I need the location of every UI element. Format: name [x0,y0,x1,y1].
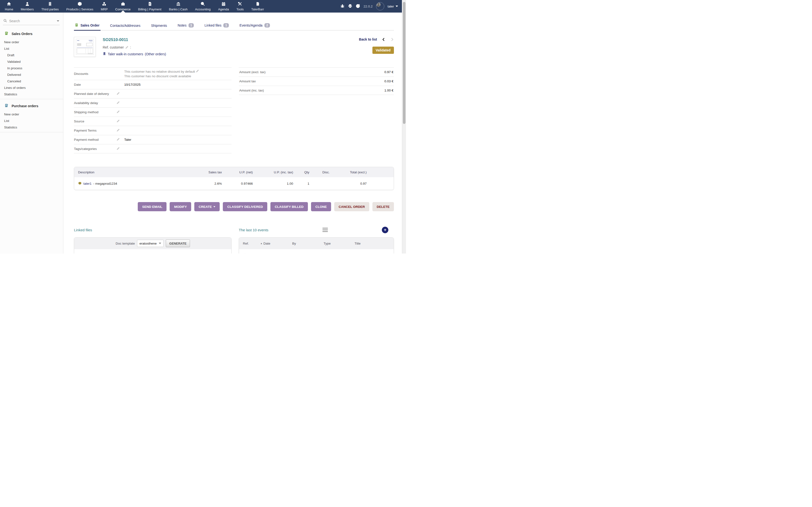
discount-credit-text: This customer has no discount credit ava… [124,74,232,78]
sidebar-item-delivered[interactable]: Delivered [0,71,63,78]
tab-sales-order[interactable]: Sales Order [74,23,101,30]
product-link[interactable]: taler1 [83,182,92,185]
sidebar-item-statistics[interactable]: Statistics [0,91,63,98]
nav-item-label: Tools [236,7,244,11]
purchase-orders-section-title[interactable]: Purchase orders [0,104,63,108]
search-input[interactable] [9,19,55,23]
nav-item-members[interactable]: Members [20,0,34,12]
clone-button[interactable]: CLONE [311,202,331,211]
nav-item-banks-cash[interactable]: Banks | Cash [168,0,188,12]
select-caret-icon [159,243,161,244]
bank-icon [176,2,181,7]
back-to-list-link[interactable]: Back to list [359,38,377,41]
sidebar-item-draft[interactable]: Draft [0,52,63,58]
modify-button[interactable]: MODIFY [170,202,191,211]
left-sidebar: Sales Orders New order List Draft Valida… [0,12,63,253]
nav-item-products-services[interactable]: Products | Services [66,0,94,12]
calendar-icon [221,2,226,7]
linked-files-section: Linked files Doc template eratosthene GE… [74,227,232,253]
edit-planned-delivery-icon[interactable] [116,92,120,95]
field-row-tags-categories: Tags/categories [74,144,232,153]
send-email-button[interactable]: SEND EMAIL [138,202,166,211]
ref-customer-label: Ref. customer [103,45,124,49]
linked-files-title: Linked files [74,228,92,232]
tab-contacts-addresses[interactable]: Contacts/Addresses [109,24,141,30]
classify-delivered-button[interactable]: CLASSIFY DELIVERED [223,202,267,211]
create-button[interactable]: CREATE [194,202,220,211]
document-thumbnail[interactable] [74,37,96,57]
user-menu[interactable]: taler [388,5,398,8]
edit-ref-customer-icon[interactable] [125,46,129,49]
nav-item-mrp[interactable]: MRP [100,0,108,12]
edit-discount-icon[interactable] [196,69,199,73]
sort-ascending-icon[interactable]: ▲ [260,242,262,244]
delete-button[interactable]: DELETE [372,202,394,211]
search-scope-dropdown-icon[interactable] [57,20,59,22]
events-count-badge: 2 [264,23,270,27]
nav-item-billing-payment[interactable]: $ Billing | Payment [138,0,162,12]
user-avatar[interactable] [376,2,384,10]
sidebar-item-po-new-order[interactable]: New order [0,111,63,118]
help-icon[interactable]: ? [356,4,360,9]
cube-icon [78,2,82,7]
cubes-icon [102,2,106,7]
amount-tax-value: 0.03 € [384,79,394,83]
previous-record-icon[interactable] [382,38,386,41]
search-icon [3,19,7,23]
bug-report-icon[interactable] [340,4,345,9]
nav-item-talerbarr[interactable]: TalerBarr [251,0,265,12]
sidebar-item-list[interactable]: List [0,45,63,52]
sidebar-divider [0,132,63,132]
edit-tags-icon[interactable] [116,147,120,150]
line-up-net: 0.97466 [222,182,253,185]
sidebar-item-new-order[interactable]: New order [0,39,63,45]
order-date-value: 10/17/2025 [124,83,232,87]
events-table-header: Ref. ▲Date By Type Title [239,237,394,249]
invoice-icon: $ [148,2,152,7]
nav-item-home[interactable]: Home [4,0,14,12]
tab-shipments[interactable]: Shipments [150,24,168,30]
nav-item-accounting[interactable]: $ Accounting [195,0,211,12]
sidebar-item-in-process[interactable]: In process [0,65,63,71]
nav-item-tools[interactable]: Tools [236,0,244,12]
nav-item-label: MRP [101,7,108,11]
username-label: taler [388,5,394,8]
page-scrollbar[interactable] [402,0,406,253]
sidebar-item-po-statistics[interactable]: Statistics [0,124,63,131]
next-record-icon[interactable] [390,38,394,41]
events-section: The last 10 events + Ref. ▲Date By Type … [239,227,394,253]
main-menu: Home Members Third parties Products | Se… [0,0,264,12]
edit-source-icon[interactable] [116,119,120,123]
tab-notes[interactable]: Notes1 [176,23,195,30]
scrollbar-thumb[interactable] [403,2,406,124]
sidebar-item-lines-of-orders[interactable]: Lines of orders [0,84,63,91]
events-list-menu-icon[interactable] [322,228,328,232]
print-icon[interactable] [348,4,352,9]
add-event-button[interactable]: + [382,227,388,233]
classify-billed-button[interactable]: CLASSIFY BILLED [270,202,308,211]
sidebar-item-validated[interactable]: Validated [0,58,63,65]
svg-text:$: $ [150,4,150,6]
cancel-order-button[interactable]: CANCEL ORDER [334,202,369,211]
nav-item-agenda[interactable]: Agenda [217,0,230,12]
nav-item-commerce[interactable]: Commerce [115,0,131,12]
event-user-icon [292,253,296,253]
payment-method-value: Taler [124,138,232,142]
tab-linked-files[interactable]: Linked files1 [203,23,230,30]
customer-link[interactable]: Taler walk-in customers [108,52,143,56]
line-sales-tax: 2.6% [193,182,222,185]
status-badge: Validated [372,47,394,54]
edit-payment-method-icon[interactable] [116,137,120,141]
edit-availability-delay-icon[interactable] [116,101,120,104]
sales-orders-section-title[interactable]: Sales Orders [0,32,63,36]
edit-shipping-method-icon[interactable] [116,110,120,113]
doc-template-select[interactable]: eratosthene [137,240,164,247]
nav-item-third-parties[interactable]: Third parties [41,0,59,12]
discount-default-text: This customer has no relative discount b… [124,69,232,74]
sidebar-item-po-list[interactable]: List [0,118,63,124]
sidebar-item-canceled[interactable]: Canceled [0,78,63,84]
customer-other-orders-link[interactable]: (Other orders) [145,52,166,56]
tab-events-agenda[interactable]: Events/Agenda2 [239,23,271,30]
edit-payment-terms-icon[interactable] [116,128,120,132]
generate-button[interactable]: GENERATE [166,239,190,247]
